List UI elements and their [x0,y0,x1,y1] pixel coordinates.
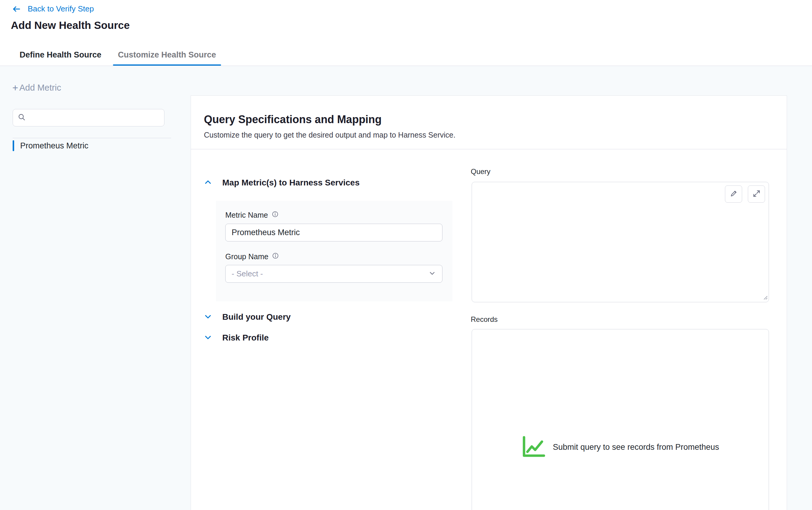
sidebar-item-prometheus-metric[interactable]: Prometheus Metric [13,140,89,152]
add-metric-label: Add Metric [19,83,61,93]
query-editor [472,182,769,302]
group-name-label: Group Name [225,252,268,261]
records-label: Records [471,315,498,324]
section-title: Risk Profile [222,333,269,342]
line-chart-icon [521,435,546,459]
metric-item-label: Prometheus Metric [20,141,89,151]
metric-name-label-row: Metric Name [225,210,443,219]
expand-query-button[interactable] [748,185,765,203]
add-metric-button[interactable]: + Add Metric [12,83,61,93]
metric-search-box [13,109,165,126]
card-heading: Query Specifications and Mapping [204,113,774,126]
section-title: Map Metric(s) to Harness Services [222,178,359,187]
chevron-down-icon [204,333,212,342]
records-panel: Submit query to see records from Prometh… [472,329,769,510]
query-specifications-card: Query Specifications and Mapping Customi… [191,95,787,510]
chevron-up-icon [204,178,212,187]
sidebar-divider [13,138,171,138]
pencil-icon [729,189,738,199]
map-metrics-form-panel: Metric Name Group Name - Select - [216,201,453,301]
tab-bar: Define Health Source Customize Health So… [18,44,221,66]
group-name-label-row: Group Name [225,252,443,261]
metric-name-input[interactable] [225,224,442,241]
edit-query-button[interactable] [725,185,742,203]
query-textarea[interactable] [472,182,769,302]
section-title: Build your Query [222,312,291,322]
page-header: Back to Verify Step Add New Health Sourc… [0,0,812,66]
selected-indicator [13,140,14,151]
tab-define-health-source[interactable]: Define Health Source [18,44,103,66]
card-header: Query Specifications and Mapping Customi… [191,96,787,149]
back-link[interactable]: Back to Verify Step [12,4,94,13]
query-label: Query [471,168,490,176]
section-risk-profile[interactable]: Risk Profile [204,333,269,342]
back-link-label: Back to Verify Step [28,4,94,13]
records-empty-message: Submit query to see records from Prometh… [553,443,719,452]
resize-handle[interactable] [762,294,768,301]
chevron-down-icon [428,269,436,278]
chevron-down-icon [204,312,212,322]
info-icon[interactable] [272,211,279,219]
tab-customize-health-source[interactable]: Customize Health Source [113,44,221,66]
section-build-your-query[interactable]: Build your Query [204,312,291,322]
search-icon [18,113,26,123]
query-toolbar [725,185,765,203]
search-input[interactable] [26,109,164,126]
group-name-select[interactable]: - Select - [225,265,442,283]
page-title: Add New Health Source [11,19,130,31]
metrics-sidebar: + Add Metric Prometheus Metric [0,66,191,510]
arrow-left-icon [12,4,21,13]
select-placeholder: - Select - [232,269,263,278]
records-empty-state: Submit query to see records from Prometh… [472,435,768,459]
metric-name-label: Metric Name [225,211,268,219]
plus-icon: + [12,83,18,93]
card-subheading: Customize the query to get the desired o… [204,131,774,140]
info-icon[interactable] [272,252,279,261]
section-map-metrics[interactable]: Map Metric(s) to Harness Services [204,178,359,187]
expand-icon [752,189,761,199]
